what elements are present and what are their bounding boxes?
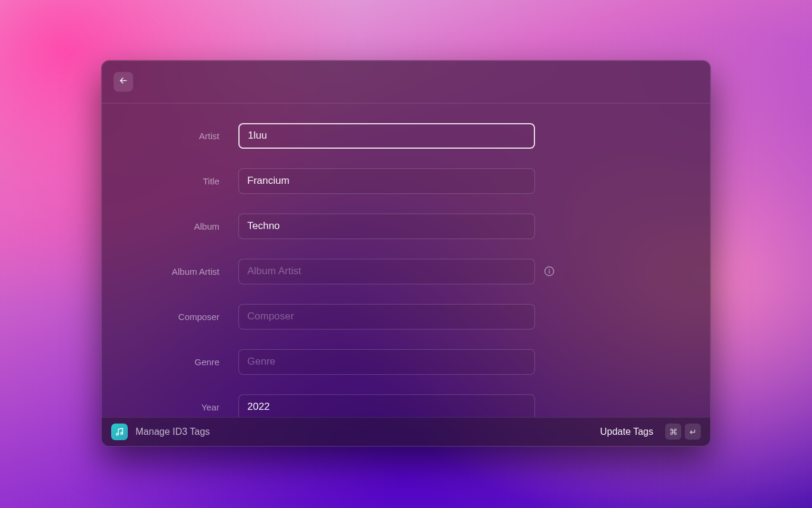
field-label: Composer bbox=[116, 312, 238, 322]
shortcut-enter-key: ↵ bbox=[685, 424, 701, 440]
field-label: Artist bbox=[116, 131, 238, 141]
back-button[interactable] bbox=[114, 72, 133, 92]
field-label: Genre bbox=[116, 357, 238, 367]
field-row-artist: Artist bbox=[102, 123, 710, 149]
svg-point-4 bbox=[117, 433, 118, 435]
music-app-icon bbox=[111, 424, 128, 440]
album-input[interactable] bbox=[238, 214, 535, 239]
window-footer: Manage ID3 Tags Update Tags ⌘ ↵ bbox=[102, 417, 710, 446]
field-row-album-artist: Album Artist bbox=[102, 259, 710, 284]
album-artist-input[interactable] bbox=[238, 259, 535, 284]
field-label: Year bbox=[116, 402, 238, 412]
field-row-composer: Composer bbox=[102, 304, 710, 330]
year-input[interactable] bbox=[238, 394, 535, 417]
field-label: Title bbox=[116, 176, 238, 186]
svg-point-3 bbox=[549, 269, 550, 270]
shortcut-modifier-key: ⌘ bbox=[665, 424, 681, 440]
tag-editor-window: Artist Title Album Album Artist bbox=[101, 60, 711, 447]
title-input[interactable] bbox=[238, 168, 535, 194]
update-tags-button[interactable]: Update Tags bbox=[600, 427, 653, 437]
artist-input[interactable] bbox=[238, 123, 535, 149]
arrow-left-icon bbox=[118, 76, 128, 88]
field-row-year: Year bbox=[102, 394, 710, 417]
field-label: Album bbox=[116, 221, 238, 231]
window-header bbox=[102, 61, 710, 104]
field-row-album: Album bbox=[102, 214, 710, 239]
footer-title: Manage ID3 Tags bbox=[136, 427, 210, 437]
form-area: Artist Title Album Album Artist bbox=[102, 104, 710, 417]
field-label: Album Artist bbox=[116, 266, 238, 277]
field-row-title: Title bbox=[102, 168, 710, 194]
composer-input[interactable] bbox=[238, 304, 535, 330]
info-icon[interactable] bbox=[543, 265, 555, 277]
field-row-genre: Genre bbox=[102, 349, 710, 375]
svg-point-5 bbox=[121, 432, 122, 434]
genre-input[interactable] bbox=[238, 349, 535, 375]
